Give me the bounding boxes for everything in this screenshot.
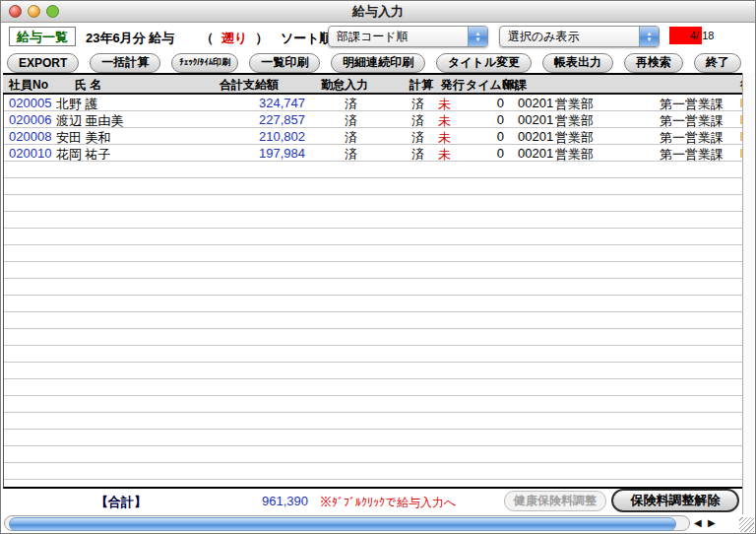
horizontal-scrollbar[interactable] [4,515,690,531]
toolbar: EXPORT一括計算ﾁｪｯｸ/ﾀｲﾑ印刷一覧印刷明細連続印刷タイトル変更帳表出力… [7,52,741,73]
table-row-empty [4,195,744,212]
cell-amount: 227,857 [179,112,305,127]
table-row-empty [4,296,744,312]
toolbar-button-quit[interactable]: 終了 [694,53,741,73]
zoom-button-icon[interactable] [46,5,59,18]
header-issue: 発行 [441,77,465,94]
cell-timeno: 0 [474,96,504,110]
vertical-scrollbar[interactable] [742,73,754,514]
pay-period-label: 23年6月分 給与 [86,30,174,47]
total-label: 【合計】 [95,494,147,511]
paren-open: （ [201,31,214,45]
scroll-left-arrow-icon[interactable]: ◀ [694,517,702,529]
cell-amount: 324,747 [179,96,305,110]
horizontal-scrollbar-thumb[interactable] [9,517,676,531]
footer-bar: 【合計】 961,390 ※ﾀﾞﾌﾞﾙｸﾘｯｸで給与入力へ 健康保険料調整 保険… [3,491,745,514]
table-row-empty [4,379,744,396]
close-button-icon[interactable] [9,5,22,18]
toolbar-button-batch-calc[interactable]: 一括計算 [90,53,160,73]
table-row[interactable]: 020005北野 護324,747済済未000201営業部第一営業課 [4,95,744,111]
table-row-empty [4,413,744,430]
cell-amount: 210,802 [179,129,305,144]
dropdown-stepper-icon: ▲▼ [468,27,487,46]
cell-timeno: 0 [474,112,504,127]
display-filter-dropdown[interactable]: 選択のみ表示 ▲▼ [499,26,660,47]
paren-close: ） [255,31,268,45]
table-row-empty [4,178,744,195]
table-row-empty [4,346,744,363]
table-body: 020005北野 護324,747済済未000201営業部第一営業課020006… [3,95,745,489]
header-employee-no: 社員No [9,77,48,94]
resize-grip-icon[interactable] [739,517,754,532]
cell-empno: 020006 [9,112,51,127]
table-row-empty [4,279,744,296]
cell-dept_code: 00201 [518,129,553,144]
insurance-adjust-release-button[interactable]: 保険料調整解除 [611,489,739,512]
double-click-note: ※ﾀﾞﾌﾞﾙｸﾘｯｸで給与入力へ [320,495,456,511]
minimize-button-icon[interactable] [28,5,40,18]
title-bar: 給与入力 [1,1,755,23]
toolbar-button-export[interactable]: EXPORT [7,53,79,73]
app-window: 給与入力 給与一覧 23年6月分 給与 （遡り） ソート順 部課コード順 ▲▼ … [0,0,756,534]
scroll-right-arrow-icon[interactable]: ▶ [708,517,716,529]
retroactive-label: 遡り [221,31,247,45]
sort-order-label: ソート順 [281,30,333,47]
table-row-empty [4,480,744,489]
table-row-empty [4,212,744,229]
toolbar-button-check-time-print[interactable]: ﾁｪｯｸ/ﾀｲﾑ印刷 [171,53,238,73]
table-row-empty [4,430,744,446]
sort-order-value: 部課コード順 [337,27,409,46]
table-row-empty [4,162,744,178]
table-row-empty [4,363,744,379]
table-row-empty [4,446,744,463]
cell-amount: 197,984 [179,146,305,161]
table-row[interactable]: 020006渡辺 亜由美227,857済済未000201営業部第一営業課 [4,111,744,128]
record-count: 4/ 18 [690,30,714,41]
cell-empno: 020008 [9,129,51,144]
header-name: 氏 名 [75,77,101,94]
window-title: 給与入力 [1,1,755,22]
sort-order-dropdown[interactable]: 部課コード順 ▲▼ [328,26,488,47]
cell-empno: 020005 [9,96,51,110]
table-row-empty [4,262,744,279]
toolbar-button-report-output[interactable]: 帳表出力 [542,53,613,73]
toolbar-button-title-change[interactable]: タイトル変更 [436,53,532,73]
health-insurance-adjust-button[interactable]: 健康保険料調整 [504,491,606,511]
traffic-lights [9,5,59,18]
table-row[interactable]: 020010花岡 祐子197,984済済未000201営業部第一営業課 [4,145,744,162]
header-total-amount: 合計支給額 [220,77,279,94]
toolbar-button-list-print[interactable]: 一覧印刷 [249,53,320,73]
table-row-empty [4,329,744,346]
cell-dept_code: 00201 [518,112,553,127]
display-filter-value: 選択のみ表示 [508,27,580,46]
salary-list-button[interactable]: 給与一覧 [9,27,76,46]
table-row-empty [4,463,744,480]
cell-timeno: 0 [474,146,504,161]
table-row-empty [4,396,744,413]
cell-timeno: 0 [474,129,504,144]
cell-empno: 020010 [9,146,51,161]
retroactive-indicator: （遡り） [201,30,268,47]
header-department: 部課 [503,77,527,94]
table-row-empty [4,229,744,245]
header-attendance: 勤怠入力 [321,77,368,94]
table-header: 社員No 氏 名 合計支給額 勤怠入力 計算 発行 タイムNo 部課 役 [3,73,745,95]
toolbar-button-detail-continuous-print[interactable]: 明細連続印刷 [331,53,425,73]
toolbar-button-re-search[interactable]: 再検索 [624,53,683,73]
table-row-empty [4,245,744,262]
table-row-empty [4,312,744,329]
cell-dept_code: 00201 [518,146,553,161]
dropdown-stepper-icon: ▲▼ [639,27,659,46]
cell-dept_code: 00201 [518,96,553,110]
header-calc: 計算 [410,77,433,94]
control-bar: 給与一覧 23年6月分 給与 （遡り） ソート順 部課コード順 ▲▼ 選択のみ表… [1,23,755,52]
table-row[interactable]: 020008安田 美和210,802済済未000201営業部第一営業課 [4,128,744,145]
total-value: 961,390 [221,494,308,508]
